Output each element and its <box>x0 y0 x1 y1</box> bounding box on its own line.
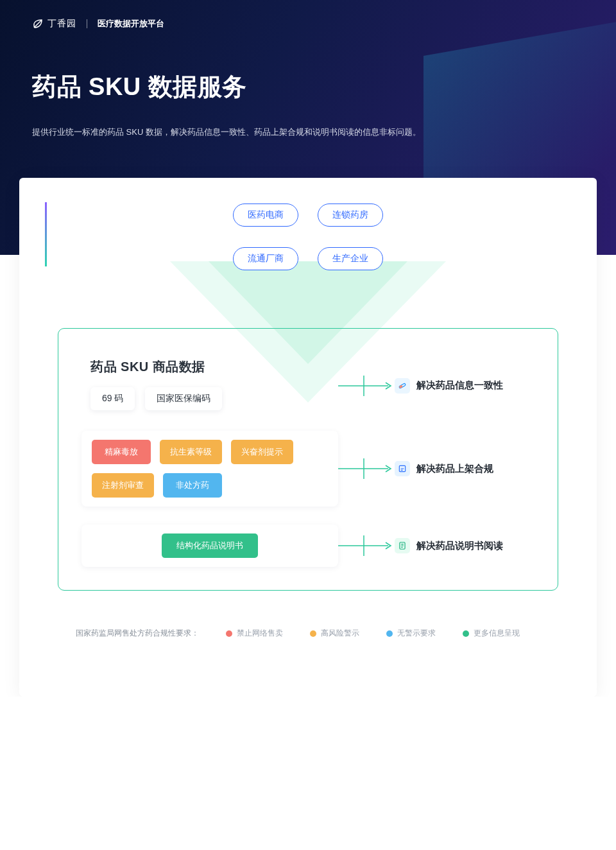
document-icon <box>395 538 410 553</box>
legend-item: 禁止网络售卖 <box>226 628 283 639</box>
page-description: 提供行业统一标准的药品 SKU 数据，解决药品信息一致性、药品上架合规和说明书阅… <box>32 125 468 139</box>
benefit-text: 解决药品说明书阅读 <box>416 540 503 552</box>
compliance-tag: 兴奋剂提示 <box>231 440 293 464</box>
brand-logo[interactable]: 丁香园 <box>32 18 76 30</box>
manual-block: 结构化药品说明书 <box>81 525 338 567</box>
vertical-divider <box>87 19 87 28</box>
legend-item: 无警示要求 <box>386 628 436 639</box>
connector-line <box>338 456 395 481</box>
sku-header-block: 药品 SKU 商品数据 69 码 国家医保编码 <box>81 358 338 413</box>
legend-text: 禁止网络售卖 <box>237 628 283 639</box>
legend-dot-icon <box>386 630 393 637</box>
source-pill: 连锁药房 <box>318 204 383 227</box>
benefit-text: 解决药品上架合规 <box>416 463 493 475</box>
legend-dot-icon <box>463 630 469 637</box>
connector-line <box>338 533 395 559</box>
benefit-text: 解决药品信息一致性 <box>416 379 503 392</box>
accent-bar <box>45 202 47 266</box>
source-pill: 生产企业 <box>318 247 383 270</box>
content-card: 医药电商 连锁药房 流通厂商 生产企业 药品 SKU 商品数据 69 码 国家医… <box>19 178 597 697</box>
platform-name: 医疗数据开放平台 <box>98 18 164 30</box>
legend-item: 高风险警示 <box>310 628 359 639</box>
topbar: 丁香园 医疗数据开放平台 <box>32 18 584 30</box>
leaf-icon <box>32 18 44 30</box>
source-pill: 医药电商 <box>233 204 298 227</box>
legend-text: 无警示要求 <box>397 628 436 639</box>
legend-dot-icon <box>226 630 232 637</box>
legend-text: 高风险警示 <box>321 628 359 639</box>
code-pill: 69 码 <box>90 387 135 410</box>
sku-diagram: 药品 SKU 商品数据 69 码 国家医保编码 解决药品信息一致性 <box>58 328 558 591</box>
pill-icon <box>395 378 410 394</box>
legend-title: 国家药监局网售处方药合规性要求： <box>76 628 199 639</box>
legend-item: 更多信息呈现 <box>463 628 520 639</box>
code-pill: 国家医保编码 <box>145 387 222 410</box>
sku-title: 药品 SKU 商品数据 <box>90 358 338 376</box>
source-pill: 流通厂商 <box>233 247 298 270</box>
legend-dot-icon <box>310 630 316 637</box>
compliance-tag: 注射剂审查 <box>92 473 154 498</box>
legend-text: 更多信息呈现 <box>474 628 520 639</box>
compliance-tag: 非处方药 <box>163 473 222 498</box>
legend-row: 国家药监局网售处方药合规性要求： 禁止网络售卖 高风险警示 无警示要求 更多信息… <box>76 628 540 639</box>
compliance-tag: 抗生素等级 <box>160 440 222 464</box>
compliance-tag: 精麻毒放 <box>92 440 151 464</box>
sources-block: 医药电商 连锁药房 流通厂商 生产企业 <box>170 204 446 328</box>
compliance-tags-block: 精麻毒放 抗生素等级 兴奋剂提示 注射剂审查 非处方药 <box>81 431 338 507</box>
checklist-icon <box>395 461 410 476</box>
page-title: 药品 SKU 数据服务 <box>32 71 584 103</box>
connector-line <box>338 373 395 399</box>
brand-text: 丁香园 <box>47 18 76 30</box>
manual-tag: 结构化药品说明书 <box>162 533 258 558</box>
